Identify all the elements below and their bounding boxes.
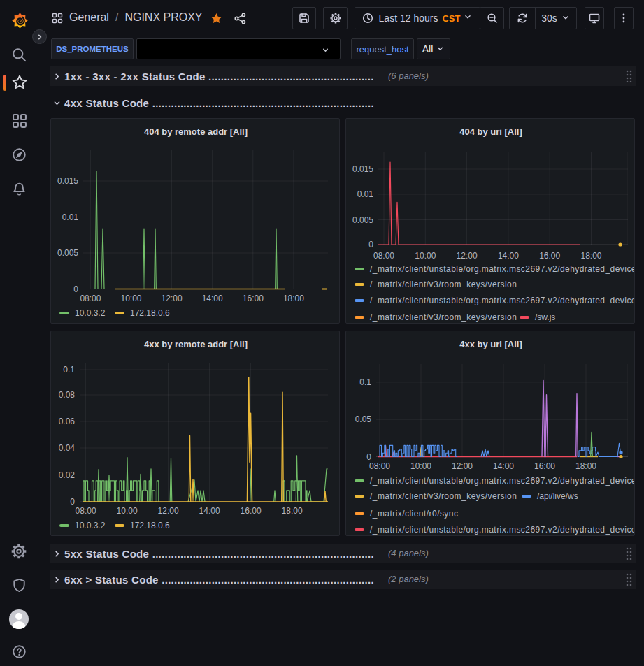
svg-text:172.18.0.6: 172.18.0.6	[130, 521, 170, 530]
svg-text:/_matrix/client/unstable/org.m: /_matrix/client/unstable/org.matrix.msc2…	[370, 476, 635, 486]
svg-text:0.005: 0.005	[57, 248, 78, 258]
svg-text:14:00: 14:00	[498, 251, 519, 261]
svg-text:/api/live/ws: /api/live/ws	[537, 491, 578, 501]
svg-text:08:00: 08:00	[80, 294, 101, 303]
svg-text:18:00: 18:00	[283, 294, 304, 303]
svg-text:14:00: 14:00	[202, 294, 223, 303]
svg-text:0: 0	[73, 284, 78, 294]
svg-text:0: 0	[366, 452, 371, 462]
svg-text:172.18.0.6: 172.18.0.6	[130, 308, 170, 318]
svg-text:404 by uri [All]: 404 by uri [All]	[459, 126, 522, 137]
svg-text:4xx by remote addr [All]: 4xx by remote addr [All]	[144, 339, 248, 349]
svg-text:18:00: 18:00	[580, 251, 601, 261]
svg-text:18:00: 18:00	[575, 461, 596, 471]
svg-text:/_matrix/client/v3/room_keys/v: /_matrix/client/v3/room_keys/version	[370, 280, 517, 289]
svg-text:/_matrix/client/unstable/org.m: /_matrix/client/unstable/org.matrix.msc2…	[370, 296, 635, 305]
svg-text:404 by remote addr [All]: 404 by remote addr [All]	[144, 126, 248, 137]
svg-text:4xx by uri [All]: 4xx by uri [All]	[459, 339, 522, 349]
svg-text:0.06: 0.06	[59, 417, 76, 426]
svg-text:/_matrix/client/unstable/org.m: /_matrix/client/unstable/org.matrix.msc2…	[370, 525, 635, 535]
svg-text:/_matrix/client/v3/room_keys/v: /_matrix/client/v3/room_keys/version	[370, 491, 517, 501]
svg-text:08:00: 08:00	[369, 461, 390, 471]
svg-text:16:00: 16:00	[534, 461, 555, 471]
svg-text:10.0.3.2: 10.0.3.2	[75, 308, 106, 318]
svg-text:18:00: 18:00	[282, 506, 303, 516]
svg-text:12:00: 12:00	[452, 461, 473, 471]
svg-text:08:00: 08:00	[373, 251, 394, 261]
svg-text:0.04: 0.04	[59, 443, 76, 453]
svg-text:0.015: 0.015	[352, 164, 373, 174]
svg-text:08:00: 08:00	[76, 506, 96, 516]
svg-text:0.1: 0.1	[359, 377, 371, 387]
svg-text:10:00: 10:00	[410, 461, 431, 471]
svg-text:10:00: 10:00	[415, 251, 436, 261]
svg-text:12:00: 12:00	[158, 506, 179, 516]
svg-text:0.01: 0.01	[62, 212, 79, 222]
svg-text:0.015: 0.015	[57, 176, 78, 186]
svg-text:0.02: 0.02	[59, 470, 76, 480]
svg-text:14:00: 14:00	[493, 461, 514, 471]
svg-text:16:00: 16:00	[243, 294, 264, 303]
svg-text:/_matrix/client/unstable/org.m: /_matrix/client/unstable/org.matrix.msc2…	[370, 264, 635, 274]
svg-text:16:00: 16:00	[241, 506, 262, 516]
svg-text:0.1: 0.1	[63, 365, 75, 375]
svg-text:0.05: 0.05	[355, 414, 372, 424]
svg-text:0.01: 0.01	[357, 189, 374, 199]
svg-text:14:00: 14:00	[199, 506, 220, 516]
svg-text:/sw.js: /sw.js	[535, 312, 555, 322]
svg-text:12:00: 12:00	[162, 294, 183, 303]
svg-text:10.0.3.2: 10.0.3.2	[75, 521, 106, 530]
svg-text:0.005: 0.005	[352, 215, 373, 225]
svg-text:/_matrix/client/v3/room_keys/v: /_matrix/client/v3/room_keys/version	[370, 312, 517, 322]
svg-text:0: 0	[70, 497, 75, 507]
svg-text:10:00: 10:00	[120, 294, 141, 303]
svg-text:10:00: 10:00	[117, 506, 138, 516]
svg-text:12:00: 12:00	[457, 251, 478, 261]
svg-text:/_matrix/client/r0/sync: /_matrix/client/r0/sync	[370, 509, 458, 519]
svg-text:0: 0	[368, 240, 373, 249]
svg-text:0.08: 0.08	[59, 390, 76, 400]
svg-text:16:00: 16:00	[539, 251, 560, 261]
